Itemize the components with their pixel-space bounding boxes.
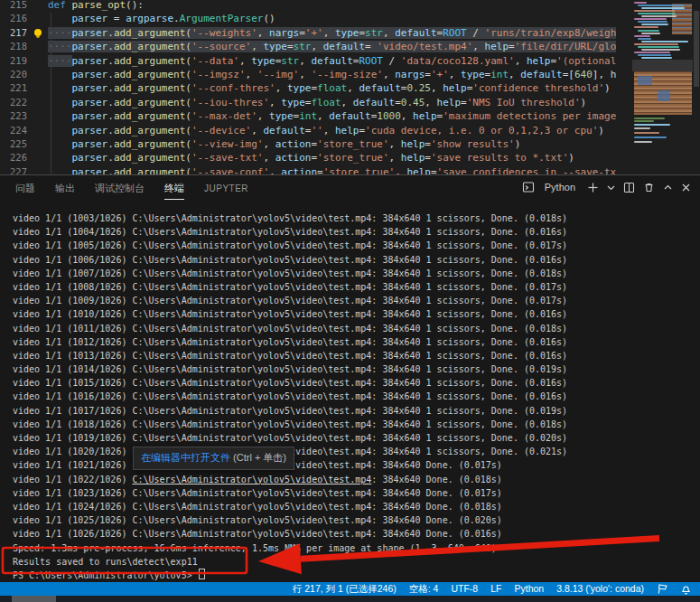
maximize-panel-button[interactable] [663, 183, 673, 193]
terminal-shell-label[interactable]: Python [545, 182, 575, 193]
lightbulb-icon[interactable] [33, 27, 43, 39]
file-link[interactable]: C:\Users\Administrator\yolov5\video\test… [132, 227, 371, 237]
file-link[interactable]: C:\Users\Administrator\yolov5\video\test… [132, 488, 371, 498]
line-number[interactable]: 227 [0, 165, 27, 174]
line-number[interactable]: 223 [0, 109, 27, 123]
terminal-log-line-1016: video 1/1 (1016/1026) C:\Users\Administr… [13, 390, 688, 403]
file-link[interactable]: C:\Users\Administrator\yolov5\video\test… [132, 351, 371, 361]
panel-actions: Python [522, 181, 691, 193]
status-item-5[interactable]: 3.8.13 ('yolo': conda) [556, 583, 644, 596]
terminal-log-line-1003: video 1/1 (1003/1026) C:\Users\Administr… [13, 212, 688, 225]
panel-tab-JUPYTER[interactable]: JUPYTER [204, 183, 248, 197]
split-terminal-button[interactable] [623, 182, 635, 193]
file-link[interactable]: C:\Users\Administrator\yolov5\video\test… [132, 213, 371, 223]
close-panel-button[interactable] [681, 183, 691, 193]
file-link[interactable]: C:\Users\Administrator\yolov5\video\test… [132, 515, 371, 525]
new-terminal-button[interactable] [587, 182, 599, 193]
file-link[interactable]: C:\Users\Administrator\yolov5\video\test… [132, 502, 371, 512]
file-link[interactable]: C:\Users\Administrator\yolov5\video\test… [132, 364, 371, 374]
taskbar-edge [0, 596, 700, 602]
file-link[interactable]: C:\Users\Administrator\yolov5\video\test… [132, 406, 371, 416]
panel-tab-输出[interactable]: 输出 [55, 182, 75, 199]
line-number[interactable]: 218 [0, 40, 27, 53]
terminal-log-line-1017: video 1/1 (1017/1026) C:\Users\Administr… [13, 404, 688, 418]
code-line-220[interactable]: 220 parser.add_argument('--imgsz', '--im… [0, 68, 632, 81]
line-number[interactable]: 225 [0, 137, 27, 151]
line-number[interactable]: 226 [0, 151, 27, 165]
status-item-2[interactable]: UTF-8 [451, 583, 478, 596]
file-link[interactable]: C:\Users\Administrator\yolov5\video\test… [132, 337, 371, 347]
file-link[interactable]: C:\Users\Administrator\yolov5\video\test… [132, 529, 371, 539]
status-item-4[interactable]: Python [514, 583, 544, 596]
file-link[interactable]: C:\Users\Administrator\yolov5\video\test… [132, 296, 371, 306]
minimap[interactable] [632, 0, 693, 174]
file-link[interactable]: C:\Users\Administrator\yolov5\video\test… [132, 391, 371, 401]
line-number[interactable]: 217 [0, 26, 27, 40]
code-line-224[interactable]: 224 parser.add_argument('--device', defa… [0, 124, 632, 137]
results-saved-line: Results saved to runs\detect\exp11 [13, 555, 688, 569]
file-link[interactable]: C:\Users\Administrator\yolov5\video\test… [132, 268, 371, 278]
notifications-bell-icon[interactable] [681, 584, 691, 595]
minimap-line [634, 43, 678, 45]
file-link[interactable]: C:\Users\Administrator\yolov5\video\test… [132, 240, 371, 250]
file-link[interactable]: C:\Users\Administrator\yolov5\video\test… [132, 475, 371, 484]
file-link[interactable]: C:\Users\Administrator\yolov5\video\test… [132, 433, 371, 443]
panel-tab-bar: 问题输出调试控制台终端JUPYTER [15, 182, 248, 200]
minimap-line [634, 141, 652, 143]
code-editor[interactable]: 215def parse_opt():216 parser = argparse… [0, 0, 700, 174]
terminal-log-line-1010: video 1/1 (1010/1026) C:\Users\Administr… [13, 307, 688, 321]
file-link[interactable]: C:\Users\Administrator\yolov5\video\test… [132, 255, 371, 265]
line-number[interactable]: 224 [0, 124, 27, 137]
line-number[interactable]: 219 [0, 54, 27, 68]
editor-scrollbar-thumb[interactable] [694, 11, 699, 87]
terminal-log-line-1004: video 1/1 (1004/1026) C:\Users\Administr… [13, 225, 688, 239]
terminal-log-line-1005: video 1/1 (1005/1026) C:\Users\Administr… [13, 239, 688, 252]
file-link[interactable]: C:\Users\Administrator\yolov5\video\test… [132, 419, 371, 429]
minimap-line [641, 49, 680, 51]
kill-terminal-button[interactable] [643, 182, 655, 193]
code-line-223[interactable]: 223 parser.add_argument('--max-det', typ… [0, 109, 632, 123]
status-bar: 行 217, 列 1 (已选择246)空格: 4UTF-8LFPython3.8… [0, 582, 700, 596]
tooltip-open-file-link[interactable]: 在编辑器中打开文件 [141, 452, 230, 463]
file-link[interactable]: C:\Users\Administrator\yolov5\video\test… [132, 378, 371, 388]
code-line-219[interactable]: 219····parser.add_argument('--data', typ… [0, 54, 632, 68]
status-item-0[interactable]: 行 217, 列 1 (已选择246) [293, 583, 397, 596]
panel-tab-问题[interactable]: 问题 [15, 182, 35, 199]
file-link[interactable]: C:\Users\Administrator\yolov5\video\test… [132, 282, 371, 292]
line-number[interactable]: 221 [0, 81, 27, 95]
terminal-log-line-1015: video 1/1 (1015/1026) C:\Users\Administr… [13, 376, 688, 390]
minimap-line [634, 136, 667, 138]
code-line-221[interactable]: 221 parser.add_argument('--conf-thres', … [0, 81, 632, 95]
code-line-218[interactable]: 218····parser.add_argument('--source', t… [0, 40, 632, 53]
minimap-line [634, 2, 647, 4]
terminal-dropdown-chevron-icon[interactable] [607, 183, 615, 192]
line-number[interactable]: 220 [0, 68, 27, 81]
line-number[interactable]: 215 [0, 0, 27, 12]
terminal-output[interactable]: video 1/1 (1003/1026) C:\Users\Administr… [13, 212, 688, 582]
feedback-icon[interactable] [657, 584, 668, 595]
panel-tab-调试控制台[interactable]: 调试控制台 [95, 182, 145, 199]
code-line-216[interactable]: 216 parser = argparse.ArgumentParser() [0, 12, 632, 25]
line-number[interactable]: 222 [0, 96, 27, 109]
terminal-cursor [199, 569, 205, 579]
terminal-log-line-1021: video 1/1 (1021/1026) C:\Users\Administr… [13, 458, 688, 472]
file-link[interactable]: C:\Users\Administrator\yolov5\video\test… [132, 309, 371, 319]
file-link[interactable]: C:\Users\Administrator\yolov5\video\test… [132, 324, 371, 334]
line-number[interactable]: 216 [0, 12, 27, 25]
code-line-215[interactable]: 215def parse_opt(): [0, 0, 632, 12]
code-line-225[interactable]: 225 parser.add_argument('--view-img', ac… [0, 137, 632, 151]
code-line-226[interactable]: 226 parser.add_argument('--save-txt', ac… [0, 151, 632, 165]
status-item-3[interactable]: LF [490, 583, 501, 596]
minimap-viewport[interactable] [632, 60, 693, 71]
code-line-217[interactable]: 217····parser.add_argument('--weights', … [0, 26, 632, 40]
bottom-panel: 问题输出调试控制台终端JUPYTER Python [0, 174, 700, 582]
terminal-log-line-1019: video 1/1 (1019/1026) C:\Users\Administr… [13, 431, 688, 445]
status-item-1[interactable]: 空格: 4 [409, 583, 439, 596]
speed-summary-line: Speed: 1.3ms pre-process, 16.6ms inferen… [13, 541, 688, 555]
panel-tab-terminal-active[interactable]: 终端 [164, 182, 184, 200]
code-line-222[interactable]: 222 parser.add_argument('--iou-thres', t… [0, 96, 632, 109]
code-line-227[interactable]: 227 parser.add_argument('--save-conf', a… [0, 165, 632, 174]
terminal-log-line-1009: video 1/1 (1009/1026) C:\Users\Administr… [13, 294, 688, 307]
minimap-line [634, 18, 667, 20]
minimap-line [634, 120, 654, 122]
